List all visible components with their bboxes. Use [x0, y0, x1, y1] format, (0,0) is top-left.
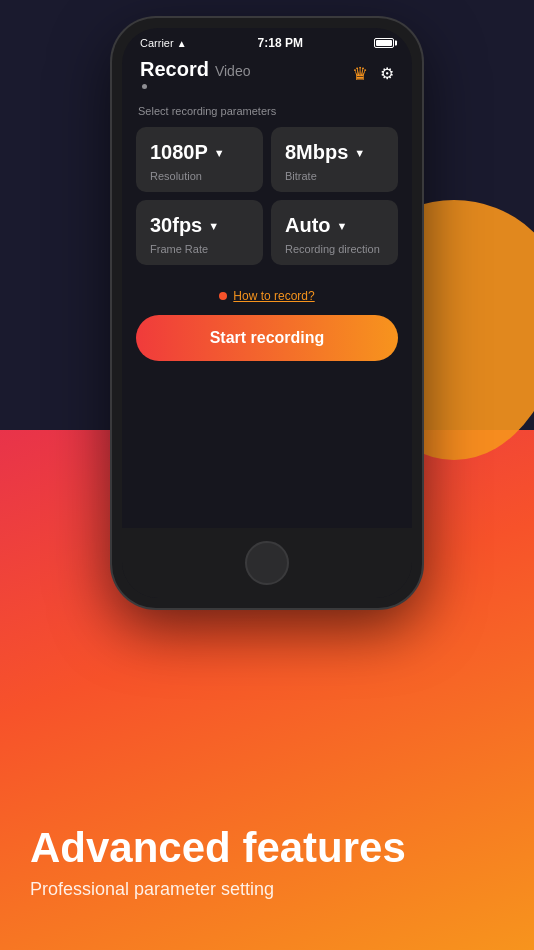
bitrate-dropdown-arrow: ▼	[354, 147, 365, 159]
direction-label: Recording direction	[285, 243, 384, 255]
framerate-value: 30fps	[150, 214, 202, 237]
resolution-dropdown-arrow: ▼	[214, 147, 225, 159]
how-to-text: How to record?	[233, 289, 314, 303]
direction-value: Auto	[285, 214, 331, 237]
carrier-text: Carrier	[140, 37, 174, 49]
framerate-value-row: 30fps ▼	[150, 214, 249, 237]
nav-indicator-dot	[142, 84, 147, 89]
section-label: Select recording parameters	[136, 105, 398, 117]
how-to-link[interactable]: How to record?	[136, 273, 398, 315]
battery-fill	[376, 40, 392, 46]
home-button-area	[122, 528, 412, 598]
direction-card[interactable]: Auto ▼ Recording direction	[271, 200, 398, 265]
start-recording-button[interactable]: Start recording	[136, 315, 398, 361]
gear-icon[interactable]: ⚙	[380, 64, 394, 83]
resolution-value-row: 1080P ▼	[150, 141, 249, 164]
bitrate-label: Bitrate	[285, 170, 384, 182]
nav-title-group: Record Video	[140, 58, 250, 89]
wifi-icon: ▲	[177, 38, 187, 49]
framerate-label: Frame Rate	[150, 243, 249, 255]
framerate-dropdown-arrow: ▼	[208, 220, 219, 232]
status-bar: Carrier ▲ 7:18 PM	[122, 28, 412, 54]
top-nav: Record Video ♛ ⚙	[122, 54, 412, 97]
main-content: Select recording parameters 1080P ▼ Reso…	[122, 97, 412, 361]
phone-body: Carrier ▲ 7:18 PM Record Video	[112, 18, 422, 608]
home-button[interactable]	[245, 541, 289, 585]
resolution-label: Resolution	[150, 170, 249, 182]
bottom-text-section: Advanced features Professional parameter…	[0, 730, 534, 950]
bitrate-value: 8Mbps	[285, 141, 348, 164]
status-time: 7:18 PM	[258, 36, 303, 50]
phone-screen: Carrier ▲ 7:18 PM Record Video	[122, 28, 412, 598]
nav-title-row: Record Video	[140, 58, 250, 81]
nav-icons: ♛ ⚙	[352, 63, 394, 85]
status-right	[374, 38, 394, 48]
resolution-card[interactable]: 1080P ▼ Resolution	[136, 127, 263, 192]
bitrate-value-row: 8Mbps ▼	[285, 141, 384, 164]
nav-record-title: Record	[140, 58, 209, 81]
direction-value-row: Auto ▼	[285, 214, 384, 237]
nav-video-subtitle: Video	[215, 63, 251, 79]
framerate-card[interactable]: 30fps ▼ Frame Rate	[136, 200, 263, 265]
bitrate-card[interactable]: 8Mbps ▼ Bitrate	[271, 127, 398, 192]
battery-icon	[374, 38, 394, 48]
direction-dropdown-arrow: ▼	[337, 220, 348, 232]
advanced-subtitle: Professional parameter setting	[30, 879, 504, 900]
carrier-signal: Carrier ▲	[140, 37, 187, 49]
phone-mockup: Carrier ▲ 7:18 PM Record Video	[112, 18, 422, 608]
param-grid: 1080P ▼ Resolution 8Mbps ▼ Bitrate	[136, 127, 398, 265]
record-dot-icon	[219, 292, 227, 300]
resolution-value: 1080P	[150, 141, 208, 164]
advanced-title: Advanced features	[30, 825, 504, 871]
crown-icon[interactable]: ♛	[352, 63, 368, 85]
